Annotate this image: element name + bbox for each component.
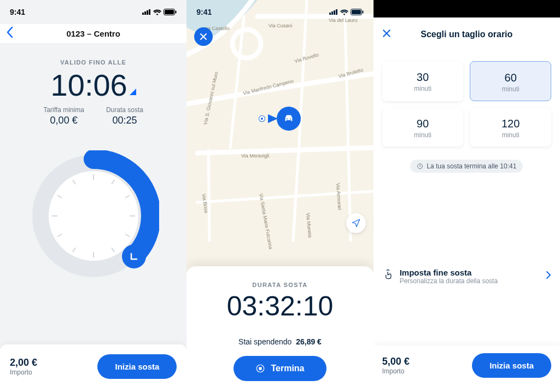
spending-value: 26,89 € bbox=[296, 337, 322, 346]
valid-until-label: VALIDO FINO ALLE bbox=[0, 59, 186, 66]
clock-icon bbox=[417, 163, 423, 169]
stop-parking-button[interactable]: Termina bbox=[234, 356, 326, 381]
sheet-header: Scegli un taglio orario bbox=[374, 17, 560, 49]
svg-point-8 bbox=[49, 171, 138, 261]
duration-value: 00:25 bbox=[106, 115, 143, 126]
svg-rect-22 bbox=[329, 13, 331, 15]
slot-unit: minuti bbox=[470, 85, 551, 93]
slot-grid: 30 minuti 60 minuti 90 minuti 120 minuti bbox=[374, 49, 560, 147]
valid-until-value: 10:06 bbox=[51, 70, 127, 101]
tariff-label: Tariffa minima bbox=[43, 106, 84, 114]
svg-rect-25 bbox=[336, 9, 337, 15]
svg-point-44 bbox=[290, 118, 291, 119]
svg-rect-1 bbox=[144, 11, 146, 15]
svg-rect-5 bbox=[165, 10, 174, 14]
status-time: 9:41 bbox=[196, 8, 212, 16]
spending-line: Stai spendendo 26,89 € bbox=[196, 337, 363, 346]
set-end-subtitle: Personalizza la durata della sosta bbox=[400, 277, 498, 285]
close-icon bbox=[382, 29, 391, 38]
tariff-value: 0,00 € bbox=[43, 115, 84, 126]
amount-label: Importo bbox=[382, 367, 410, 375]
screen-set-duration: 9:41 0123 – Centro VALIDO FINO ALLE 10:0… bbox=[0, 0, 186, 392]
slot-value: 120 bbox=[470, 118, 551, 130]
status-bar: 9:41 bbox=[0, 0, 186, 24]
duration-timer: 03:32:10 bbox=[196, 290, 363, 322]
svg-point-21 bbox=[122, 244, 146, 268]
slot-value: 60 bbox=[470, 72, 551, 84]
amount-value: 5,00 € bbox=[382, 356, 410, 367]
active-parking-card: DURATA SOSTA 03:32:10 Stai spendendo 26,… bbox=[186, 266, 373, 392]
slot-tile-90[interactable]: 90 minuti bbox=[382, 108, 464, 147]
start-parking-label: Inizia sosta bbox=[489, 361, 534, 370]
screen-choose-slot: Scegli un taglio orario 30 minuti 60 min… bbox=[374, 0, 560, 392]
status-bar: 9:41 bbox=[186, 0, 373, 24]
duration-label: DURATA SOSTA bbox=[196, 282, 363, 288]
svg-point-43 bbox=[287, 118, 288, 119]
status-icons bbox=[142, 9, 177, 15]
tap-icon bbox=[382, 269, 393, 282]
footer-bar: 2,00 € Importo Inizia sosta bbox=[0, 344, 186, 392]
valid-until-time: 10:06 bbox=[51, 70, 136, 101]
slot-value: 90 bbox=[382, 118, 464, 130]
svg-rect-23 bbox=[331, 11, 333, 15]
sheet-title: Scegli un taglio orario bbox=[421, 30, 512, 39]
svg-rect-2 bbox=[147, 10, 148, 15]
header: 0123 – Centro bbox=[0, 24, 186, 44]
svg-rect-28 bbox=[362, 11, 363, 14]
zone-title: 0123 – Centro bbox=[66, 29, 120, 38]
status-time: 9:41 bbox=[10, 8, 25, 16]
sheet-backdrop bbox=[374, 0, 560, 17]
ends-at-chip: La tua sosta termina alle 10:41 bbox=[410, 160, 523, 173]
locate-me-button[interactable] bbox=[346, 213, 366, 233]
slot-tile-30[interactable]: 30 minuti bbox=[382, 61, 464, 101]
bottom-sheet: Scegli un taglio orario 30 minuti 60 min… bbox=[374, 17, 560, 392]
start-parking-button[interactable]: Inizia sosta bbox=[97, 354, 177, 379]
stop-icon bbox=[255, 364, 265, 373]
duration-dial[interactable] bbox=[0, 150, 186, 282]
svg-rect-46 bbox=[259, 367, 262, 370]
back-button[interactable] bbox=[7, 27, 13, 41]
set-end-title: Imposta fine sosta bbox=[400, 268, 498, 277]
status-icons bbox=[329, 9, 364, 15]
stop-parking-label: Termina bbox=[271, 364, 304, 373]
slot-unit: minuti bbox=[382, 131, 464, 139]
svg-rect-6 bbox=[176, 11, 177, 14]
amount-label: Importo bbox=[10, 368, 37, 376]
validity-block: VALIDO FINO ALLE 10:06 Tariffa minima 0,… bbox=[0, 59, 186, 126]
slot-unit: minuti bbox=[470, 131, 551, 139]
svg-text:Via Meravigli: Via Meravigli bbox=[241, 153, 269, 159]
svg-rect-0 bbox=[142, 13, 144, 15]
close-icon bbox=[200, 33, 207, 40]
time-cursor-icon bbox=[130, 89, 136, 95]
locate-icon bbox=[351, 218, 361, 228]
location-dot-icon bbox=[259, 116, 265, 121]
slot-tile-60[interactable]: 60 minuti bbox=[470, 61, 551, 101]
set-end-row[interactable]: Imposta fine sosta Personalizza la durat… bbox=[374, 260, 560, 292]
chevron-right-icon bbox=[546, 271, 551, 282]
vehicle-pin[interactable] bbox=[259, 107, 301, 131]
start-parking-button[interactable]: Inizia sosta bbox=[472, 353, 551, 378]
duration-label: Durata sosta bbox=[106, 106, 143, 114]
start-parking-label: Inizia sosta bbox=[115, 362, 159, 371]
slot-value: 30 bbox=[382, 71, 464, 84]
svg-rect-27 bbox=[352, 10, 361, 14]
screen-active-parking: 9:41 zza Castello Via Cusani Via del Lau… bbox=[186, 0, 373, 392]
amount-value: 2,00 € bbox=[10, 357, 37, 368]
svg-rect-24 bbox=[334, 10, 335, 15]
svg-rect-3 bbox=[149, 9, 150, 15]
footer-bar: 5,00 € Importo Inizia sosta bbox=[374, 346, 560, 392]
slot-unit: minuti bbox=[382, 85, 464, 92]
ends-at-text: La tua sosta termina alle 10:41 bbox=[427, 162, 516, 170]
car-pin-icon bbox=[277, 107, 301, 131]
slot-tile-120[interactable]: 120 minuti bbox=[470, 108, 551, 147]
spending-prefix: Stai spendendo bbox=[238, 337, 291, 346]
close-sheet-button[interactable] bbox=[382, 29, 391, 40]
